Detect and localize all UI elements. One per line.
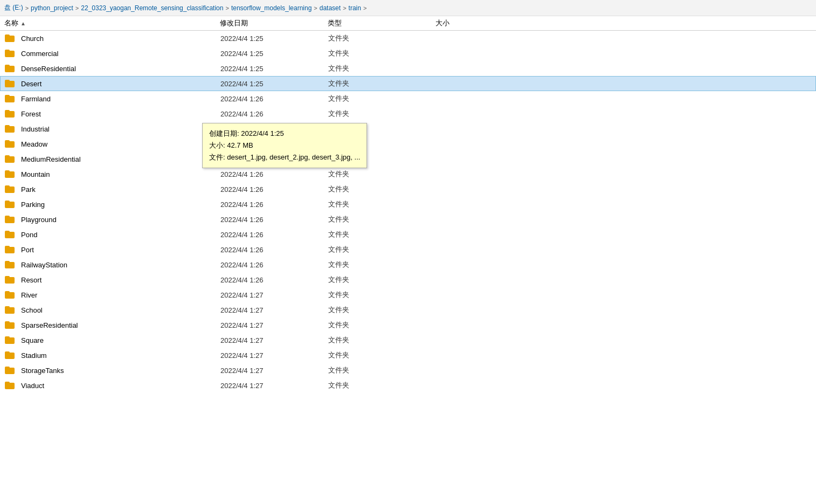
folder-name-cell: Parking	[5, 200, 220, 209]
sort-arrow-icon: ▲	[20, 20, 26, 26]
folder-icon	[5, 125, 16, 133]
breadcrumb-sep2: >	[75, 5, 79, 11]
folder-icon	[5, 64, 16, 73]
folder-name-label: Stadium	[21, 351, 220, 360]
breadcrumb-tensorflow[interactable]: tensorflow_models_learning	[231, 4, 312, 12]
folder-type: 文件夹	[328, 350, 436, 360]
table-row[interactable]: Viaduct 2022/4/4 1:27 文件夹	[0, 378, 816, 393]
folder-date: 2022/4/4 1:26	[220, 185, 328, 194]
table-row[interactable]: DenseResidential 2022/4/4 1:25 文件夹	[0, 61, 816, 76]
folder-icon	[5, 321, 16, 329]
breadcrumb-sep3: >	[225, 5, 229, 11]
table-row[interactable]: Industrial 2022/4/4 1:26 文件夹	[0, 121, 816, 136]
folder-name-cell: Mountain	[5, 170, 220, 178]
folder-date: 2022/4/4 1:26	[220, 276, 328, 284]
folder-type: 文件夹	[328, 79, 436, 88]
folder-icon	[5, 291, 16, 299]
col-header-date[interactable]: 修改日期	[220, 18, 328, 28]
table-row[interactable]: Forest 2022/4/4 1:26 文件夹	[0, 106, 816, 121]
folder-name-label: Viaduct	[21, 382, 220, 390]
table-row[interactable]: Church 2022/4/4 1:25 文件夹	[0, 31, 816, 46]
col-header-size[interactable]: 大小	[435, 18, 516, 28]
folder-name-cell: Park	[5, 185, 220, 194]
table-row[interactable]: Resort 2022/4/4 1:26 文件夹	[0, 272, 816, 287]
folder-name-cell: Viaduct	[5, 381, 220, 390]
folder-name-cell: Playground	[5, 215, 220, 224]
folder-icon	[5, 381, 16, 390]
table-row[interactable]: River 2022/4/4 1:27 文件夹	[0, 287, 816, 302]
table-row[interactable]: Commercial 2022/4/4 1:25 文件夹	[0, 46, 816, 61]
table-row[interactable]: SparseResidential 2022/4/4 1:27 文件夹	[0, 317, 816, 333]
folder-name-label: Park	[21, 185, 220, 194]
table-row[interactable]: Farmland 2022/4/4 1:26 文件夹	[0, 91, 816, 106]
table-row[interactable]: Desert 2022/4/4 1:25 文件夹	[0, 76, 816, 91]
folder-type: 文件夹	[328, 381, 436, 390]
folder-type: 文件夹	[328, 215, 436, 224]
folder-date: 2022/4/4 1:27	[220, 336, 328, 344]
folder-name-label: Parking	[21, 201, 220, 209]
folder-name-cell: Resort	[5, 275, 220, 284]
table-row[interactable]: Parking 2022/4/4 1:26 文件夹	[0, 197, 816, 212]
folder-type: 文件夹	[328, 290, 436, 300]
folder-name-cell: RailwayStation	[5, 260, 220, 269]
folder-type: 文件夹	[328, 365, 436, 375]
breadcrumb-train[interactable]: train	[349, 4, 361, 12]
breadcrumb-sep5: >	[343, 5, 346, 11]
folder-type: 文件夹	[328, 275, 436, 285]
table-row[interactable]: Mountain 2022/4/4 1:26 文件夹	[0, 167, 816, 182]
folder-name-label: Church	[21, 34, 220, 43]
table-row[interactable]: Meadow 2022/4/4 1:26 文件夹	[0, 136, 816, 151]
folder-icon	[5, 34, 16, 43]
table-row[interactable]: Playground 2022/4/4 1:26 文件夹	[0, 212, 816, 227]
folder-name-label: SparseResidential	[21, 321, 220, 329]
col-header-type[interactable]: 类型	[328, 18, 435, 28]
folder-name-label: Farmland	[21, 95, 220, 103]
folder-date: 2022/4/4 1:26	[220, 110, 328, 118]
folder-name-label: MediumResidential	[21, 155, 220, 163]
folder-date: 2022/4/4 1:26	[220, 201, 328, 209]
breadcrumb-sep6: >	[363, 5, 366, 11]
folder-type: 文件夹	[328, 230, 436, 239]
table-row[interactable]: Park 2022/4/4 1:26 文件夹	[0, 182, 816, 197]
folder-name-label: Forest	[21, 110, 220, 118]
folder-icon	[5, 155, 16, 163]
folder-name-label: Mountain	[21, 170, 220, 178]
folder-icon	[5, 140, 16, 148]
folder-date: 2022/4/4 1:26	[220, 95, 328, 103]
folder-icon	[5, 49, 16, 58]
folder-date: 2022/4/4 1:25	[220, 34, 328, 43]
folder-date: 2022/4/4 1:26	[220, 261, 328, 269]
folder-date: 2022/4/4 1:26	[220, 170, 328, 178]
table-row[interactable]: Pond 2022/4/4 1:26 文件夹	[0, 227, 816, 242]
folder-type: 文件夹	[328, 109, 436, 119]
breadcrumb-yaogan[interactable]: 22_0323_yaogan_Remote_sensing_classifica…	[81, 4, 223, 12]
folder-date: 2022/4/4 1:26	[220, 231, 328, 239]
folder-type: 文件夹	[328, 245, 436, 254]
table-row[interactable]: Port 2022/4/4 1:26 文件夹	[0, 242, 816, 257]
table-row[interactable]: School 2022/4/4 1:27 文件夹	[0, 302, 816, 317]
col-header-name[interactable]: 名称 ▲	[4, 18, 220, 28]
breadcrumb-sep1: >	[25, 5, 29, 11]
table-row[interactable]: Stadium 2022/4/4 1:27 文件夹	[0, 348, 816, 363]
breadcrumb-drive[interactable]: 盘 (E:)	[4, 3, 23, 12]
breadcrumb-dataset[interactable]: dataset	[320, 4, 341, 12]
folder-type: 文件夹	[328, 320, 436, 330]
folder-icon	[5, 245, 16, 254]
folder-date: 2022/4/4 1:25	[220, 65, 328, 73]
table-row[interactable]: RailwayStation 2022/4/4 1:26 文件夹	[0, 257, 816, 272]
folder-date: 2022/4/4 1:27	[220, 306, 328, 314]
folder-name-label: Pond	[21, 231, 220, 239]
folder-date: 2022/4/4 1:27	[220, 367, 328, 375]
folder-date: 2022/4/4 1:27	[220, 382, 328, 390]
folder-icon	[5, 306, 16, 314]
tooltip-files: 文件: desert_1.jpg, desert_2.jpg, desert_3…	[209, 151, 360, 163]
table-row[interactable]: Square 2022/4/4 1:27 文件夹	[0, 333, 816, 348]
folder-name-cell: Meadow	[5, 140, 220, 148]
folder-icon	[5, 336, 16, 344]
breadcrumb-python-project[interactable]: python_project	[31, 4, 73, 12]
folder-name-label: StorageTanks	[21, 367, 220, 375]
table-row[interactable]: StorageTanks 2022/4/4 1:27 文件夹	[0, 363, 816, 378]
table-row[interactable]: MediumResidential 2022/4/4 1:26 文件夹	[0, 151, 816, 167]
folder-name-label: RailwayStation	[21, 261, 220, 269]
folder-name-cell: Church	[5, 34, 220, 43]
